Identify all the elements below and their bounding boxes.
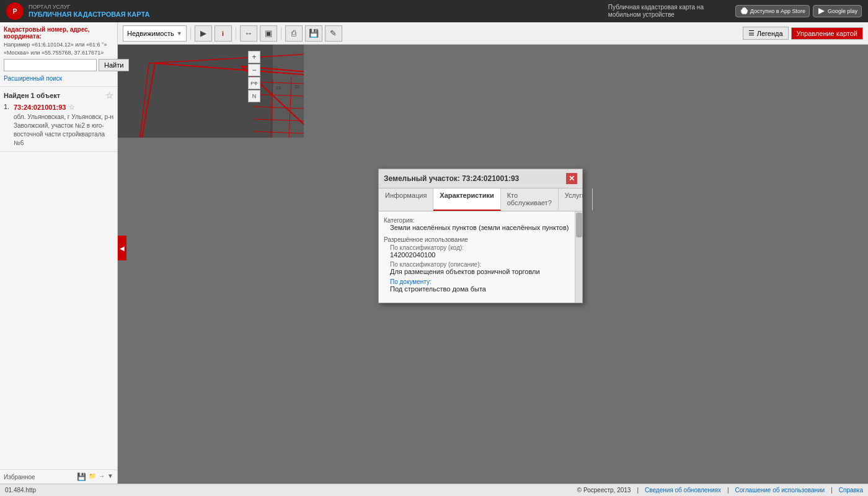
usage-doc-value: Под строительство дома быта	[390, 285, 577, 293]
map-zoom-controls: + − РФ N	[248, 51, 260, 102]
cadastral-number: 73:24:021001:93	[14, 104, 66, 111]
fav-export-icon[interactable]: →	[99, 472, 105, 481]
manage-map-button[interactable]: Управление картой	[791, 27, 863, 40]
results-section: Найден 1 объект ☆ 1. 73:24:021001:93 ☆ о…	[0, 87, 117, 152]
legend-label: Легенда	[757, 30, 783, 37]
googleplay-button[interactable]: Google play	[813, 5, 862, 17]
usage-doc-sub: По документу: Под строительство дома быт…	[390, 278, 577, 293]
legend-icon: ☰	[748, 29, 755, 37]
help-link[interactable]: Справка	[839, 487, 863, 494]
status-bar: 01.484.http © Росреестр, 2013 | Сведения…	[0, 484, 868, 496]
popup-close-button[interactable]: ✕	[566, 173, 577, 184]
advanced-search-row: Расширенный поиск	[4, 74, 113, 82]
usage-field: Разрешённое использование По классификат…	[384, 236, 577, 293]
site-title: ПУБЛИЧНАЯ КАДАСТРОВАЯ КАРТА	[29, 11, 149, 19]
category-value: Земли населённых пунктов (земли населённ…	[390, 224, 577, 231]
svg-marker-2	[818, 8, 825, 14]
select-tool-button[interactable]: ▶	[195, 25, 212, 42]
status-url: 01.484.http	[5, 487, 577, 494]
tab-information[interactable]: Информация	[379, 188, 433, 211]
tab-characteristics[interactable]: Характеристики	[433, 188, 500, 211]
header: Р ПОРТАЛ УСЛУГ ПУБЛИЧНАЯ КАДАСТРОВАЯ КАР…	[0, 0, 868, 22]
header-logo: Р ПОРТАЛ УСЛУГ ПУБЛИЧНАЯ КАДАСТРОВАЯ КАР…	[0, 2, 156, 20]
map-canvas[interactable]: 21 20501 20501 20501 40301 40301 40301 2…	[118, 45, 304, 138]
usage-code-value: 142002040100	[390, 251, 577, 259]
left-panel: Кадастровый номер, адрес, координата: На…	[0, 22, 118, 484]
popup-title: Земельный участок: 73:24:021001:93	[384, 174, 519, 183]
panel-collapse-arrow[interactable]: ◀	[118, 236, 126, 260]
popup-body: Категория: Земли населённых пунктов (зем…	[379, 211, 582, 303]
agreement-link[interactable]: Соглашение об использовании	[735, 487, 825, 494]
zoom-russia-button[interactable]: РФ	[248, 77, 260, 89]
header-mobile-section: Публичная кадастровая карта на мобильном…	[608, 4, 868, 19]
result-cadastral-link[interactable]: 73:24:021001:93 ☆	[14, 103, 113, 112]
appstore-label: Доступно в App Store	[750, 8, 805, 14]
status-right: © Росреестр, 2013 | Сведения об обновлен…	[577, 487, 863, 494]
zoom-in-button[interactable]: +	[248, 51, 260, 63]
toolbar-right: ☰ Легенда Управление картой	[743, 27, 863, 40]
usage-desc-sub: По классификатору (описание): Для размещ…	[390, 261, 577, 275]
search-button[interactable]: Найти	[99, 59, 129, 71]
favorites-bar: Избранное 💾 📁 → ▼	[0, 469, 117, 484]
map-area[interactable]: 21 20501 20501 20501 40301 40301 40301 2…	[118, 45, 868, 484]
fav-folder-icon[interactable]: 📁	[89, 472, 96, 481]
zoom-out-button[interactable]: −	[248, 64, 260, 76]
fav-add-icon[interactable]: 💾	[77, 472, 86, 481]
measure-tool-button[interactable]: ↔	[240, 25, 257, 42]
property-type-dropdown[interactable]: Недвижимость ▼	[123, 25, 187, 42]
svg-text:Р: Р	[13, 8, 17, 15]
legend-button[interactable]: ☰ Легенда	[743, 27, 789, 40]
svg-text:23: 23	[276, 86, 281, 90]
results-label: Найден 1 объект ☆	[4, 91, 113, 100]
scrollbar-thumb[interactable]	[576, 213, 582, 237]
north-button[interactable]: N	[248, 90, 260, 102]
svg-text:22: 22	[294, 84, 299, 89]
usage-doc-label[interactable]: По документу:	[390, 278, 432, 285]
toolbar: Недвижимость ▼ ▶ i ↔ ▣ ⎙ 💾 ✎ ☰ Легенда У…	[118, 22, 868, 45]
category-field: Категория: Земли населённых пунктов (зем…	[384, 216, 577, 231]
search-row: Найти	[4, 59, 113, 71]
hint-line2: «Москва» или «55.755768, 37.617671»	[4, 49, 113, 57]
googleplay-label: Google play	[828, 8, 857, 14]
category-label: Категория:	[384, 217, 415, 224]
info-tool-button[interactable]: i	[215, 25, 232, 42]
popup-tabs: Информация Характеристики Кто обслуживае…	[379, 188, 582, 211]
tab-services[interactable]: Услуги	[559, 188, 593, 211]
result-number: 1.	[4, 103, 11, 110]
draw-button[interactable]: ✎	[325, 25, 342, 42]
search-label: Кадастровый номер, адрес, координата:	[4, 26, 113, 40]
results-star-icon[interactable]: ☆	[105, 91, 113, 100]
toolbar-separator-1	[190, 27, 191, 40]
mobile-label: Публичная кадастровая карта на мобильном…	[608, 4, 732, 19]
results-count: Найден 1 объект	[4, 92, 60, 99]
result-content: 73:24:021001:93 ☆ обл. Ульяновская, г Ул…	[14, 103, 113, 148]
tab-who-services[interactable]: Кто обслуживает?	[501, 188, 559, 211]
zoom-tool-button[interactable]: ▣	[260, 25, 277, 42]
fav-collapse-icon[interactable]: ▼	[107, 472, 113, 481]
play-icon	[817, 7, 826, 16]
toolbar-separator-2	[236, 27, 236, 40]
save-button[interactable]: 💾	[305, 25, 322, 42]
search-input[interactable]	[4, 59, 97, 71]
header-logo-text: ПОРТАЛ УСЛУГ ПУБЛИЧНАЯ КАДАСТРОВАЯ КАРТА	[29, 4, 149, 19]
usage-desc-label: По классификатору (описание):	[390, 261, 577, 268]
chevron-down-icon: ▼	[177, 30, 182, 37]
advanced-search-link[interactable]: Расширенный поиск	[4, 75, 62, 82]
result-item: 1. 73:24:021001:93 ☆ обл. Ульяновская, г…	[4, 103, 113, 148]
copyright-text: © Росреестр, 2013	[577, 487, 631, 494]
popup-scrollbar[interactable]	[575, 211, 582, 303]
popup-header: Земельный участок: 73:24:021001:93 ✕	[379, 169, 582, 188]
logo-emblem: Р	[6, 2, 24, 20]
usage-desc-value: Для размещения объектов розничной торгов…	[390, 268, 577, 275]
appstore-button[interactable]: Доступно в App Store	[735, 5, 810, 17]
hint-line1: Например «61:6.10104.12» или «61:6 °»	[4, 41, 113, 49]
status-separator-2: |	[727, 487, 729, 494]
manage-map-label: Управление картой	[797, 30, 857, 37]
print-button[interactable]: ⎙	[285, 25, 303, 42]
result-star-icon[interactable]: ☆	[68, 103, 75, 112]
usage-code-label: По классификатору (код):	[390, 244, 577, 251]
portal-label: ПОРТАЛ УСЛУГ	[29, 4, 149, 11]
updates-link[interactable]: Сведения об обновлениях	[645, 487, 721, 494]
dropdown-label: Недвижимость	[127, 30, 174, 37]
usage-label: Разрешённое использование	[384, 236, 577, 243]
